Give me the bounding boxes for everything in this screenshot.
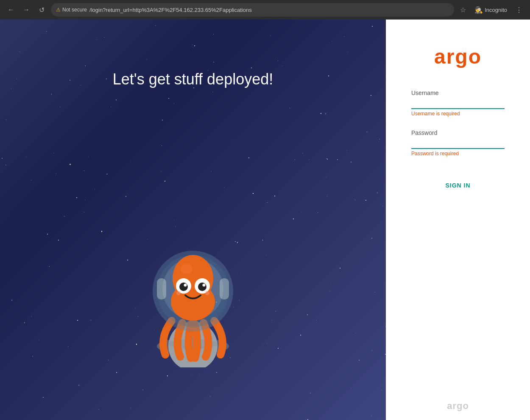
svg-point-31	[205, 291, 209, 295]
svg-point-28	[184, 284, 187, 287]
username-error: Username is required	[411, 111, 505, 117]
password-error: Password is required	[411, 151, 505, 157]
left-panel: Let's get stuff deployed!	[0, 20, 386, 420]
url-text: /login?return_url=http%3A%2F%2F54.162.23…	[89, 7, 252, 13]
incognito-icon: 🕵	[474, 6, 483, 14]
username-input[interactable]	[411, 98, 505, 109]
incognito-button[interactable]: 🕵 Incognito	[472, 4, 510, 16]
username-label: Username	[411, 90, 505, 96]
mascot-container	[134, 223, 252, 369]
right-panel: argo Username Username is required Passw…	[386, 20, 530, 420]
refresh-button[interactable]: ↺	[36, 4, 47, 16]
password-label: Password	[411, 129, 505, 136]
footer-logo: argo	[447, 400, 469, 412]
svg-point-27	[198, 283, 206, 291]
security-indicator: ⚠ Not secure	[56, 7, 87, 13]
chrome-menu-button[interactable]: ⋮	[513, 4, 525, 16]
address-bar[interactable]: ⚠ Not secure /login?return_url=http%3A%2…	[51, 3, 454, 17]
svg-point-26	[179, 283, 188, 291]
back-button[interactable]: ←	[5, 4, 17, 16]
security-label: Not secure	[62, 7, 87, 13]
sign-in-button[interactable]: SIGN IN	[437, 178, 479, 193]
hero-text: Let's get stuff deployed!	[113, 70, 273, 88]
mascot-svg	[134, 223, 252, 367]
incognito-label: Incognito	[485, 7, 507, 13]
logo: argo	[434, 45, 482, 68]
main-content: Let's get stuff deployed!	[0, 20, 530, 420]
bookmark-button[interactable]: ☆	[457, 4, 469, 16]
password-input[interactable]	[411, 138, 505, 149]
svg-point-23	[181, 264, 192, 274]
svg-point-30	[176, 291, 181, 295]
warning-icon: ⚠	[56, 7, 61, 13]
username-form-group: Username Username is required	[411, 90, 505, 117]
svg-point-29	[203, 284, 206, 287]
password-form-group: Password Password is required	[411, 129, 505, 157]
forward-button[interactable]: →	[20, 4, 32, 16]
browser-chrome: ← → ↺ ⚠ Not secure /login?return_url=htt…	[0, 0, 530, 20]
